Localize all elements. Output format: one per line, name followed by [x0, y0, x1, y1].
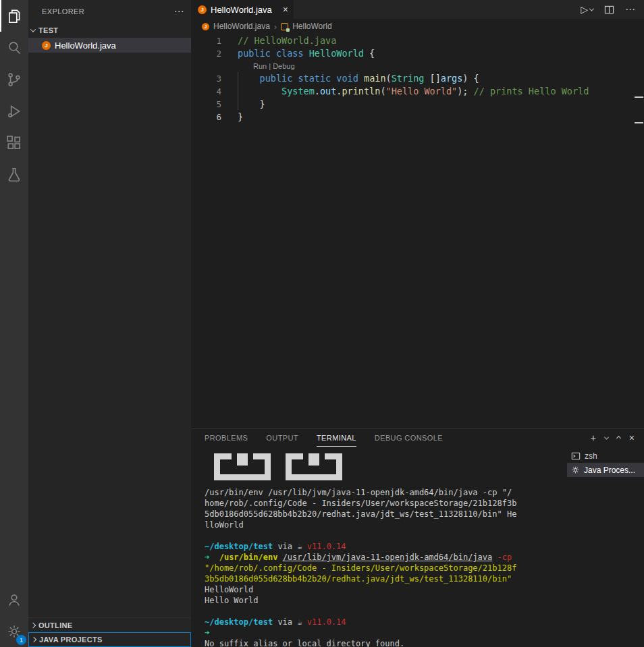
section-test-label: TEST: [38, 26, 58, 34]
code-line: 5 }: [191, 98, 644, 111]
activity-search[interactable]: [0, 32, 28, 63]
breadcrumb-symbol[interactable]: HelloWorld: [292, 22, 331, 31]
activity-extensions[interactable]: [0, 127, 28, 159]
line-number: 3: [191, 72, 221, 85]
line-number: 4: [191, 85, 221, 98]
java-file-icon: J: [202, 23, 209, 30]
flask-icon: [5, 166, 23, 184]
editor-tabbar: J HelloWorld.java × ▷ ⋯: [191, 0, 644, 19]
sidebar-title: EXPLORER: [42, 7, 84, 16]
indent-guide: [238, 72, 238, 110]
line-number: 2: [191, 47, 221, 60]
files-icon: [5, 7, 23, 25]
breadcrumb-separator: ›: [274, 22, 277, 32]
sidebar-header: EXPLORER ⋯: [28, 0, 191, 23]
run-debug-icon: [5, 103, 23, 120]
explorer-more-actions-icon[interactable]: ⋯: [174, 5, 184, 18]
section-java-projects-label: JAVA PROJECTS: [39, 636, 103, 644]
class-symbol-icon: [281, 23, 288, 30]
ascii-art-glyph: [286, 453, 342, 480]
terminal-line: "/home/rob/.config/Code - Insiders/User/…: [205, 563, 567, 573]
editor-actions: ▷ ⋯: [581, 0, 636, 19]
terminal-line: ~/desktop/test via ☕ v11.0.14: [205, 617, 567, 627]
code-line: 4 System.out.println("Hello World"); // …: [191, 85, 644, 98]
java-file-icon: J: [198, 5, 207, 14]
overview-ruler-mark: [635, 122, 643, 123]
terminal-icon: [571, 451, 581, 461]
terminal-instance-label: Java Proces...: [584, 466, 635, 475]
terminal-line: ~/desktop/test via ☕ v11.0.14: [205, 541, 567, 552]
activity-run-debug[interactable]: [0, 95, 28, 127]
editor-more-actions-icon[interactable]: ⋯: [625, 3, 636, 16]
activity-testing[interactable]: [0, 159, 28, 190]
panel-tabbar: PROBLEMS OUTPUT TERMINAL DEBUG CONSOLE +…: [191, 429, 644, 447]
source-control-icon: [5, 71, 23, 88]
activity-manage[interactable]: 1: [0, 615, 28, 647]
tab-helloworld[interactable]: J HelloWorld.java ×: [191, 0, 294, 19]
breadcrumb-file[interactable]: HelloWorld.java: [213, 22, 270, 31]
terminal-instance-java-process[interactable]: Java Proces...: [567, 463, 644, 477]
section-java-projects[interactable]: JAVA PROJECTS: [28, 632, 191, 647]
codelens: Run | Debug: [253, 60, 644, 72]
terminal-instance-zsh[interactable]: zsh: [567, 449, 644, 463]
terminal-instance-list: zsh Java Proces...: [567, 447, 644, 647]
search-icon: [5, 39, 23, 57]
line-number: 6: [191, 111, 221, 123]
code-lines: 1// HelloWorld.java2public class HelloWo…: [191, 34, 644, 123]
breadcrumb: J HelloWorld.java › HelloWorld: [191, 19, 644, 34]
terminal[interactable]: /usr/bin/env /usr/lib/jvm/java-11-openjd…: [191, 447, 567, 647]
run-java-button[interactable]: ▷: [581, 4, 593, 15]
panel-tab-problems[interactable]: PROBLEMS: [205, 429, 248, 447]
terminal-line: HelloWorld: [205, 584, 567, 595]
terminal-instance-label: zsh: [585, 451, 597, 461]
overview-ruler-mark: [635, 96, 643, 98]
terminal-dropdown-icon[interactable]: [605, 437, 608, 440]
terminal-line: /usr/bin/env /usr/lib/jvm/java-11-openjd…: [205, 487, 567, 498]
line-number: 1: [191, 34, 221, 47]
account-icon: [5, 591, 23, 609]
terminal-line: ➜ /usr/bin/env /usr/lib/jvm/java-11-open…: [205, 552, 567, 563]
chevron-down-icon: [589, 6, 594, 11]
terminal-lines: /usr/bin/env /usr/lib/jvm/java-11-openjd…: [205, 487, 567, 647]
file-item-helloworld[interactable]: J HelloWorld.java: [28, 38, 191, 53]
code-line: 1// HelloWorld.java: [191, 34, 644, 47]
close-panel-icon[interactable]: ×: [629, 433, 635, 443]
terminal-ascii-art: [214, 453, 567, 480]
codelens-run[interactable]: Run: [253, 62, 267, 70]
section-outline[interactable]: OUTLINE: [28, 617, 191, 632]
java-file-icon: J: [42, 41, 51, 50]
terminal-line: home/rob/.config/Code - Insiders/User/wo…: [205, 498, 567, 509]
code-editor[interactable]: 1// HelloWorld.java2public class HelloWo…: [191, 34, 644, 123]
terminal-line: ➜: [205, 627, 567, 638]
terminal-line: [205, 606, 567, 617]
chevron-down-icon: [30, 26, 36, 32]
tab-label: HelloWorld.java: [211, 5, 272, 15]
maximize-panel-icon[interactable]: [617, 437, 620, 440]
bottom-panel: PROBLEMS OUTPUT TERMINAL DEBUG CONSOLE +…: [191, 428, 644, 647]
tab-close-icon[interactable]: ×: [283, 5, 288, 14]
code-line: 2public class HelloWorld {: [191, 47, 644, 60]
section-test[interactable]: TEST: [28, 23, 191, 38]
ascii-art-glyph: [214, 453, 271, 480]
panel-actions: + ×: [591, 429, 635, 447]
code-line: 3 public static void main(String []args)…: [191, 72, 644, 85]
explorer-sidebar: EXPLORER ⋯ TEST J HelloWorld.java OUTLIN…: [28, 0, 191, 647]
extensions-icon: [5, 134, 23, 152]
activity-explorer[interactable]: [0, 0, 28, 32]
terminal-line: 3b5db0186d055d628bb4b2b20/redhat.java/jd…: [205, 573, 567, 584]
activity-source-control[interactable]: [0, 63, 28, 95]
codelens-debug[interactable]: Debug: [273, 62, 294, 70]
gear-icon: [571, 466, 580, 474]
terminal-line: Hello World: [205, 595, 567, 606]
manage-badge: 1: [16, 635, 26, 645]
panel-tab-debug-console[interactable]: DEBUG CONSOLE: [375, 429, 443, 447]
terminal-line: [205, 530, 567, 541]
panel-tab-terminal[interactable]: TERMINAL: [317, 429, 356, 447]
panel-tab-output[interactable]: OUTPUT: [266, 429, 298, 447]
section-outline-label: OUTLINE: [38, 621, 72, 629]
new-terminal-icon[interactable]: +: [591, 433, 596, 443]
panel-body: /usr/bin/env /usr/lib/jvm/java-11-openjd…: [191, 447, 644, 647]
split-editor-icon[interactable]: [604, 5, 614, 15]
code-line: 6}: [191, 111, 644, 123]
activity-accounts[interactable]: [0, 584, 28, 615]
